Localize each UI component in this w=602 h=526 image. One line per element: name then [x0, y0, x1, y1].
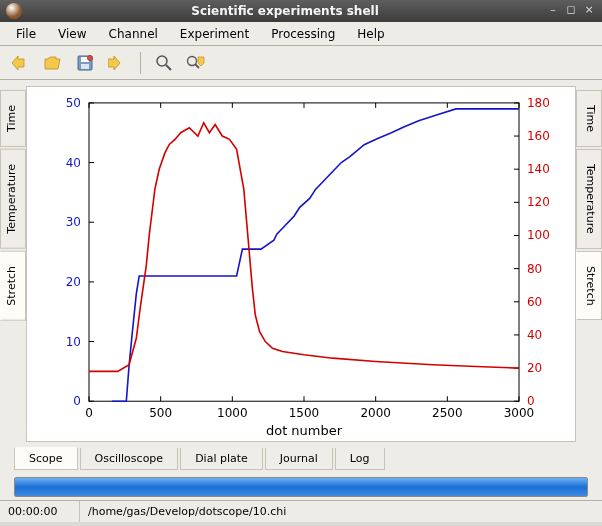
side-tab-stretch[interactable]: Stretch	[576, 251, 602, 321]
back-button[interactable]	[8, 50, 34, 76]
left-side-tabs: TimeTemperatureStretch	[0, 80, 26, 448]
svg-text:0: 0	[85, 406, 93, 420]
status-time: 00:00:00	[0, 501, 80, 522]
title-bar: Scientific experiments shell – ◻ ×	[0, 0, 602, 22]
maximize-button[interactable]: ◻	[564, 4, 578, 18]
svg-text:30: 30	[66, 215, 81, 229]
folder-open-icon	[44, 55, 62, 71]
side-tab-time[interactable]: Time	[576, 90, 602, 147]
side-tab-temperature[interactable]: Temperature	[0, 149, 26, 249]
progress-bar-wrap	[0, 474, 602, 500]
toolbar	[0, 46, 602, 80]
svg-text:10: 10	[66, 335, 81, 349]
svg-point-3	[88, 55, 93, 60]
toolbar-separator	[140, 52, 141, 74]
side-tab-stretch[interactable]: Stretch	[0, 251, 26, 321]
svg-rect-8	[89, 103, 519, 401]
zoom-button[interactable]	[151, 50, 177, 76]
svg-text:140: 140	[527, 162, 550, 176]
svg-text:100: 100	[527, 229, 550, 243]
chart-svg: 050010001500200025003000dot number010203…	[27, 87, 575, 441]
status-path: /home/gas/Develop/dotscope/10.chi	[80, 501, 602, 522]
app-icon	[6, 3, 22, 19]
svg-text:20: 20	[527, 361, 542, 375]
side-tab-time[interactable]: Time	[0, 90, 26, 147]
progress-bar	[14, 477, 588, 497]
window-title: Scientific experiments shell	[28, 4, 542, 18]
arrow-left-icon	[12, 56, 30, 70]
menu-experiment[interactable]: Experiment	[170, 24, 259, 44]
close-button[interactable]: ×	[582, 4, 596, 18]
svg-text:50: 50	[66, 96, 81, 110]
svg-text:60: 60	[527, 295, 542, 309]
svg-text:120: 120	[527, 195, 550, 209]
svg-text:500: 500	[149, 406, 172, 420]
menu-processing[interactable]: Processing	[261, 24, 345, 44]
open-button[interactable]	[40, 50, 66, 76]
magnifier-tag-icon	[186, 54, 206, 72]
bottom-tabs: ScopeOscilloscopeDial plateJournalLog	[0, 448, 602, 474]
svg-text:2500: 2500	[432, 406, 463, 420]
svg-text:1000: 1000	[217, 406, 248, 420]
svg-point-4	[157, 56, 167, 66]
svg-text:20: 20	[66, 275, 81, 289]
forward-button[interactable]	[104, 50, 130, 76]
chart-panel: 050010001500200025003000dot number010203…	[26, 86, 576, 442]
main-area: TimeTemperatureStretch 05001000150020002…	[0, 80, 602, 448]
minimize-button[interactable]: –	[546, 4, 560, 18]
bottom-tab-oscilloscope[interactable]: Oscilloscope	[80, 448, 179, 470]
svg-text:3000: 3000	[504, 406, 535, 420]
bottom-tab-scope[interactable]: Scope	[14, 447, 78, 470]
svg-text:160: 160	[527, 129, 550, 143]
bottom-tab-log[interactable]: Log	[335, 448, 385, 470]
svg-text:0: 0	[73, 394, 81, 408]
svg-line-7	[195, 64, 199, 68]
floppy-save-icon	[76, 54, 94, 72]
svg-text:2000: 2000	[360, 406, 391, 420]
svg-text:0: 0	[527, 394, 535, 408]
svg-line-5	[166, 65, 171, 70]
save-button[interactable]	[72, 50, 98, 76]
bottom-tab-journal[interactable]: Journal	[265, 448, 333, 470]
svg-rect-2	[81, 64, 89, 69]
right-side-tabs: TimeTemperatureStretch	[576, 80, 602, 448]
bottom-tab-dial-plate[interactable]: Dial plate	[180, 448, 263, 470]
status-bar: 00:00:00 /home/gas/Develop/dotscope/10.c…	[0, 500, 602, 522]
svg-text:1500: 1500	[289, 406, 320, 420]
svg-text:40: 40	[527, 328, 542, 342]
svg-text:180: 180	[527, 96, 550, 110]
svg-text:dot number: dot number	[266, 423, 343, 438]
arrow-right-icon	[108, 56, 126, 70]
zoom-tag-button[interactable]	[183, 50, 209, 76]
menu-view[interactable]: View	[48, 24, 96, 44]
menu-channel[interactable]: Channel	[99, 24, 168, 44]
menu-bar: File View Channel Experiment Processing …	[0, 22, 602, 46]
svg-text:40: 40	[66, 156, 81, 170]
menu-help[interactable]: Help	[347, 24, 394, 44]
magnifier-icon	[155, 54, 173, 72]
menu-file[interactable]: File	[6, 24, 46, 44]
side-tab-temperature[interactable]: Temperature	[576, 149, 602, 249]
svg-text:80: 80	[527, 262, 542, 276]
